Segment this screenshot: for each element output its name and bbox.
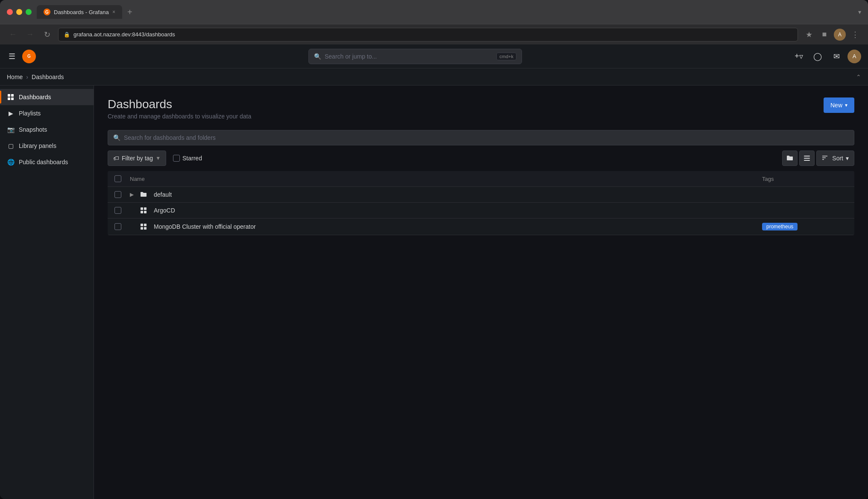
extensions-button[interactable]: ■ xyxy=(818,29,830,41)
starred-filter[interactable]: Starred xyxy=(170,155,205,162)
row-checkbox-cell xyxy=(114,207,130,214)
address-text: grafana.aot.nazare.dev:8443/dashboards xyxy=(73,31,175,38)
view-controls: Sort ▾ xyxy=(782,151,854,166)
content-search[interactable]: 🔍 xyxy=(108,130,854,145)
notifications-button[interactable]: ✉ xyxy=(829,49,844,64)
dashboard-icon xyxy=(140,207,150,214)
profile-button[interactable]: A xyxy=(834,29,846,41)
starred-label: Starred xyxy=(182,155,202,162)
page-header: Dashboards Create and manage dashboards … xyxy=(108,97,854,120)
dashboards-table: Name Tags ▶ defa xyxy=(108,171,854,235)
search-bar-container: 🔍 xyxy=(108,130,854,145)
svg-rect-16 xyxy=(141,224,143,226)
tag-icon: 🏷 xyxy=(113,155,119,162)
user-avatar[interactable]: A xyxy=(847,50,861,63)
menu-toggle-button[interactable]: ☰ xyxy=(7,50,17,63)
row-checkbox-cell xyxy=(114,223,130,230)
svg-rect-18 xyxy=(141,227,143,230)
refresh-button[interactable]: ↻ xyxy=(41,29,53,41)
svg-rect-8 xyxy=(804,160,810,161)
folder-icon xyxy=(140,191,150,198)
sort-label: Sort xyxy=(832,155,843,162)
row-checkbox-cell xyxy=(114,191,130,198)
row-name: MongoDB Cluster with official operator xyxy=(154,223,762,230)
starred-checkbox[interactable] xyxy=(173,155,180,162)
filter-tag-chevron-icon: ▼ xyxy=(155,155,161,161)
svg-rect-6 xyxy=(804,156,810,156)
tab-close-button[interactable]: × xyxy=(112,9,115,15)
svg-rect-2 xyxy=(8,94,10,97)
bookmark-button[interactable]: ★ xyxy=(803,29,815,41)
select-all-checkbox[interactable] xyxy=(114,175,121,182)
sidebar-item-snapshots[interactable]: 📷 Snapshots xyxy=(0,121,94,138)
page-title: Dashboards xyxy=(108,97,251,111)
col-tags-header: Tags xyxy=(762,176,847,182)
add-button[interactable]: +▿ xyxy=(791,49,806,64)
sidebar-snapshots-label: Snapshots xyxy=(19,126,47,133)
active-tab[interactable]: G Dashboards - Grafana × xyxy=(37,5,122,19)
breadcrumb-current: Dashboards xyxy=(32,74,64,80)
list-view-button[interactable] xyxy=(799,151,815,166)
app-topnav: ☰ G 🔍 Search or jump to... cmd+k +▿ ◯ xyxy=(0,44,868,68)
filter-by-tag-button[interactable]: 🏷 Filter by tag ▼ xyxy=(108,151,166,166)
new-button-label: New xyxy=(830,102,842,109)
breadcrumb-separator: › xyxy=(26,74,28,80)
library-panels-icon: ▢ xyxy=(7,142,15,150)
content-search-icon: 🔍 xyxy=(113,134,120,141)
table-header: Name Tags xyxy=(108,171,854,187)
menu-button[interactable]: ⋮ xyxy=(849,29,861,41)
topnav-search: 🔍 Search or jump to... cmd+k xyxy=(44,49,786,64)
sort-button[interactable]: Sort ▾ xyxy=(816,151,854,166)
breadcrumb-home[interactable]: Home xyxy=(7,74,23,80)
sort-arrow: ▾ xyxy=(846,155,849,162)
search-box[interactable]: 🔍 Search or jump to... cmd+k xyxy=(308,49,522,64)
svg-rect-5 xyxy=(11,97,14,100)
svg-rect-19 xyxy=(144,227,147,230)
filter-row: 🏷 Filter by tag ▼ Starred xyxy=(108,151,854,166)
lock-icon: 🔒 xyxy=(64,32,70,38)
address-bar[interactable]: 🔒 grafana.aot.nazare.dev:8443/dashboards xyxy=(58,28,798,41)
maximize-traffic-light[interactable] xyxy=(26,9,32,15)
page-title-section: Dashboards Create and manage dashboards … xyxy=(108,97,251,120)
table-row[interactable]: MongoDB Cluster with official operator p… xyxy=(108,218,854,235)
row-name: ArgoCD xyxy=(154,207,762,214)
grafana-logo: G xyxy=(22,50,36,63)
svg-rect-4 xyxy=(8,97,10,100)
row-checkbox[interactable] xyxy=(114,191,121,198)
sidebar-item-dashboards[interactable]: Dashboards xyxy=(0,89,94,105)
sidebar-item-library-panels[interactable]: ▢ Library panels xyxy=(0,138,94,154)
browser-frame: G Dashboards - Grafana × + ▾ ← → ↻ 🔒 gra… xyxy=(0,0,868,499)
sidebar: Dashboards ▶ Playlists 📷 Snapshots ▢ Lib… xyxy=(0,86,94,499)
row-name: default xyxy=(154,191,762,198)
svg-text:G: G xyxy=(27,54,31,59)
close-traffic-light[interactable] xyxy=(7,9,13,15)
svg-rect-15 xyxy=(144,211,147,213)
breadcrumb-expand-button[interactable]: ⌃ xyxy=(856,74,861,80)
row-checkbox[interactable] xyxy=(114,223,121,230)
sidebar-item-public-dashboards[interactable]: 🌐 Public dashboards xyxy=(0,154,94,170)
tag-badge[interactable]: prometheus xyxy=(762,223,798,230)
table-row[interactable]: ▶ default xyxy=(108,187,854,203)
col-name-header: Name xyxy=(130,176,762,182)
folder-view-button[interactable] xyxy=(782,151,798,166)
new-button[interactable]: New ▾ xyxy=(824,97,854,113)
table-row[interactable]: ArgoCD xyxy=(108,203,854,218)
alerts-button[interactable]: ◯ xyxy=(810,49,825,64)
browser-tabs: G Dashboards - Grafana × + ▾ xyxy=(37,5,861,19)
minimize-traffic-light[interactable] xyxy=(16,9,22,15)
back-button[interactable]: ← xyxy=(7,29,19,41)
sidebar-public-label: Public dashboards xyxy=(19,159,68,165)
sidebar-playlists-label: Playlists xyxy=(19,110,41,117)
tab-scroll-button[interactable]: ▾ xyxy=(858,9,861,15)
content-search-input[interactable] xyxy=(124,134,849,141)
playlists-icon: ▶ xyxy=(7,109,15,117)
forward-button[interactable]: → xyxy=(24,29,36,41)
header-checkbox-cell xyxy=(114,175,130,182)
expand-button[interactable]: ▶ xyxy=(130,192,140,198)
row-checkbox[interactable] xyxy=(114,207,121,214)
app-main: Dashboards ▶ Playlists 📷 Snapshots ▢ Lib… xyxy=(0,86,868,499)
sidebar-item-playlists[interactable]: ▶ Playlists xyxy=(0,105,94,121)
search-placeholder: Search or jump to... xyxy=(325,53,493,60)
new-tab-button[interactable]: + xyxy=(124,6,136,19)
filter-tag-label: Filter by tag xyxy=(122,155,153,162)
